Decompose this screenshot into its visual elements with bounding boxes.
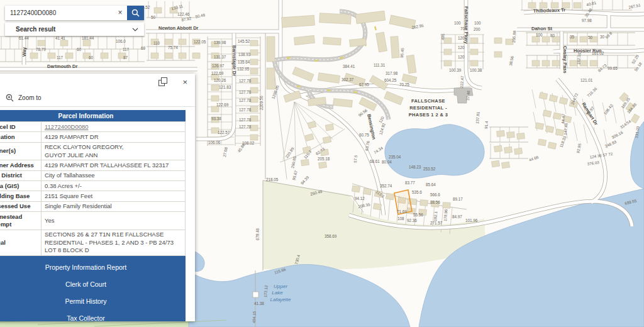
zoom-to-button[interactable]: Zoom to <box>0 90 195 107</box>
parcel-number-label: 97.98 <box>582 18 592 23</box>
parcel-number-label: 94.12 <box>355 196 365 201</box>
parcel-number-label: 218.05 <box>266 177 279 182</box>
parcel-number-label: 70.25 <box>399 82 409 87</box>
street-label: Way <box>21 47 27 57</box>
parcel-number-label: 302.37 <box>341 77 354 82</box>
parcel-number-label: 127.78 <box>239 90 252 94</box>
popup-header: × <box>0 74 195 90</box>
parcel-number-label: 205.18 <box>318 157 330 161</box>
table-row: Area (GIS) 0.38 Acres +/- <box>0 181 186 191</box>
parcel-id-link[interactable]: 11272400D0080 <box>45 123 89 130</box>
street-label: Newton Abbott Dr <box>158 25 199 31</box>
search-input[interactable] <box>5 9 113 16</box>
table-row: Owner(s) RECK CLAYTON GREGORY, GUYOT JUL… <box>0 142 186 160</box>
parcel-number-label: 99.65 <box>608 66 618 70</box>
parcel-number-label: 80.04 <box>382 160 392 164</box>
parcel-number-label: 89.17 <box>453 197 463 201</box>
parcel-number-label: 494.15 <box>252 311 257 323</box>
parcel-number-label: 100 <box>536 33 543 37</box>
property-information-report-link[interactable]: Property Information Report <box>0 259 186 276</box>
parcel-number-label: 127.78 <box>239 98 252 103</box>
parcel-number-label: 122.69 <box>216 103 229 107</box>
water-label: Lake <box>272 290 283 296</box>
area-label: RESIDENTIAL - <box>409 105 447 111</box>
parcel-number-label: 2209.56 <box>259 96 264 110</box>
street-label: Dahon St <box>531 26 552 31</box>
search-result-dropdown[interactable]: Search result <box>5 23 144 36</box>
area-label: FALLSCHASE <box>411 98 445 104</box>
street-label: Thibodeaux Tr <box>533 7 566 14</box>
parcel-number-label: 127.78 <box>239 125 252 129</box>
parcel-number-label: 93.38 <box>211 116 221 121</box>
parcel-number-label: 485 <box>440 33 445 41</box>
zoom-to-label: Zoom to <box>18 94 42 101</box>
parcel-popup-panel: × Zoom to Parcel Information Parcel ID 1… <box>0 74 195 321</box>
parcel-number-label: 352.74 <box>380 184 392 188</box>
parcel-number-label: 75.74 <box>168 45 178 50</box>
parcel-number-label: 83.77 <box>405 180 415 185</box>
parcel-number-label: 50 <box>588 35 593 40</box>
parcel-number-label: 100 <box>474 21 481 25</box>
parcel-number-label: 50 <box>151 15 156 19</box>
parcel-number-label: 135.64 <box>238 60 250 64</box>
parcel-number-label: 101.96 <box>465 218 478 223</box>
parcel-number-label: 200 <box>474 27 480 31</box>
parcel-number-label: 138.93 <box>238 52 251 57</box>
table-row: Homestead Exempt Yes <box>0 212 186 230</box>
dock-icon[interactable] <box>158 77 167 86</box>
clear-search-icon[interactable]: × <box>113 6 127 20</box>
parcel-number-label: 111.31 <box>374 63 386 67</box>
parcel-number-label: 117 <box>123 47 130 52</box>
search-icon <box>131 9 140 17</box>
area-label: PHASES 1 2 & 3 <box>409 112 448 118</box>
table-row: Legal SECTIONS 26 & 27 T1N R1E FALLSCHAS… <box>0 230 186 255</box>
search-widget: × <box>5 6 144 20</box>
parcel-number-label: 127.78 <box>239 108 252 112</box>
parcel-number-label: 700 <box>460 26 467 31</box>
parcel-number-label: 108 <box>397 216 404 221</box>
water-label: Upper <box>274 284 287 289</box>
parcel-number-label: 358.69 <box>325 234 337 238</box>
parcel-number-label: 271.57 <box>430 221 443 225</box>
parcel-number-label: 80 <box>550 33 555 38</box>
parcel-number-label: 88.56 <box>430 200 440 204</box>
chevron-down-icon <box>132 28 144 31</box>
parcel-number-label: 110 <box>153 41 160 45</box>
parcel-number-label: 678.46 <box>255 228 260 240</box>
parcel-info-table: Parcel ID 11272400D0080 Location 4129 RA… <box>0 121 186 256</box>
parcel-number-label: 78.79 <box>36 47 46 52</box>
parcel-number-label: 67.95 <box>359 82 369 87</box>
parcel-number-label: 126.97 <box>212 64 225 68</box>
parcel-links-block: Property Information Report Clerk of Cou… <box>0 256 186 321</box>
parcel-number-label: 60 <box>77 47 82 52</box>
parcel-number-label: 95.45 <box>399 47 404 58</box>
parcel-number-label: 60.75 <box>359 133 369 137</box>
parcel-number-label: 87 <box>123 55 128 60</box>
zoom-to-icon <box>6 94 14 102</box>
parcel-number-label: 100.39 <box>449 68 462 72</box>
table-row: Tax District City of Tallahassee <box>0 170 186 180</box>
water-label: Lafayette <box>270 297 291 302</box>
tax-collector-link[interactable]: Tax Collector <box>0 310 186 321</box>
parcel-number-label: 120 <box>458 55 465 59</box>
parcel-number-label: 181.44 <box>82 36 94 40</box>
parcel-number-label: 122.57 <box>218 130 230 135</box>
parcel-number-label: 131.37 <box>214 55 226 59</box>
parcel-number-label: 566.6 <box>430 192 440 197</box>
street-label: Dartmouth Dr <box>47 64 77 69</box>
parcel-number-label: 120 <box>458 45 465 50</box>
search-button[interactable] <box>127 6 144 20</box>
permit-history-link[interactable]: Permit History <box>0 293 186 310</box>
parcel-number-label: 84.97 <box>452 214 462 219</box>
close-icon[interactable]: × <box>182 78 187 86</box>
parcel-number-label: 148.23 <box>409 165 421 169</box>
parcel-info-title: Parcel Information <box>0 110 186 121</box>
parcel-number-label: 106.0 <box>116 39 126 43</box>
parcel-number-label: 61.44 <box>19 36 29 40</box>
street-label: Barnstaple Dr <box>231 45 237 76</box>
parcel-number-label: 106.06 <box>208 140 221 145</box>
clerk-of-court-link[interactable]: Clerk of Court <box>0 276 186 293</box>
parcel-number-label: 145.52 <box>238 39 250 43</box>
parcel-number-label: 161.02 <box>592 51 604 55</box>
parcel-number-label: 122.46 <box>177 12 190 16</box>
